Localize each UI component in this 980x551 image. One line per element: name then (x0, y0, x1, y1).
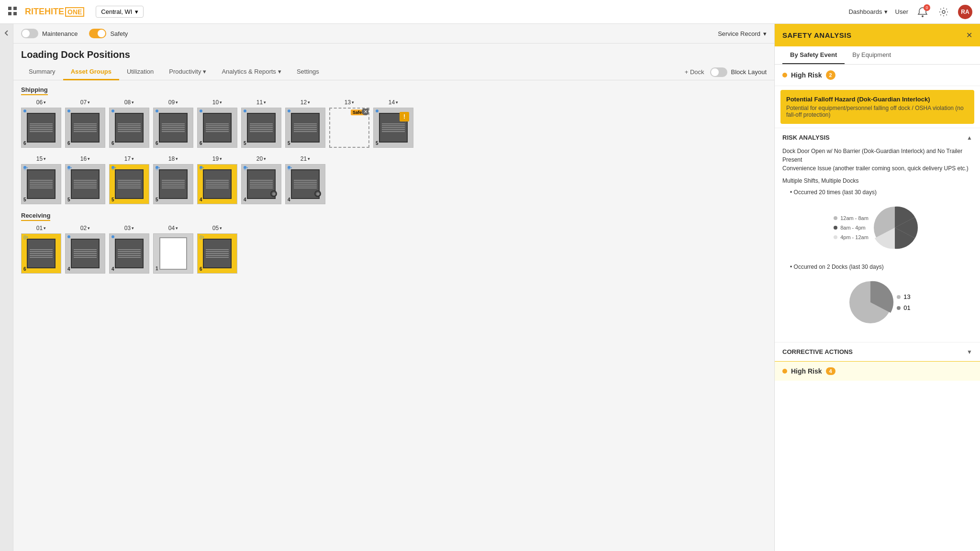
dock-number-03: 03 ▾ (124, 225, 134, 231)
corrective-actions-header[interactable]: CORRECTIVE ACTIONS ▼ (775, 342, 980, 361)
dock-number-08: 08 ▾ (124, 99, 134, 106)
user-avatar[interactable]: RA (958, 5, 972, 19)
dock-count-16: 5 (67, 197, 70, 202)
sidebar-toggle[interactable] (0, 24, 13, 551)
dock-number-18: 18 ▾ (168, 155, 178, 162)
dock-column-16: 16 ▾((•5 (65, 155, 105, 204)
risk-occurrence-1: Occurred 20 times (last 30 days) (790, 189, 972, 196)
dock-card-14[interactable]: 5! (373, 108, 413, 148)
service-record-chevron-icon: ▾ (763, 30, 767, 37)
dock-count-01: 6 (23, 266, 26, 272)
pie-svg-2 (844, 276, 897, 329)
pie-chart-2: 13 01 (782, 272, 972, 336)
dock-close-btn-13[interactable]: ✕ (362, 108, 369, 115)
tab-settings[interactable]: Settings (289, 64, 327, 80)
dock-card-07[interactable]: 6 (65, 108, 105, 148)
service-record-button[interactable]: Service Record ▾ (718, 30, 767, 37)
dock-card-04[interactable]: 1 (153, 233, 193, 274)
footer-risk-dot-icon (782, 369, 787, 374)
dock-column-06: 06 ▾6 (21, 99, 61, 148)
receiving-dock-row: 01 ▾((•602 ▾403 ▾404 ▾105 ▾((•6 (21, 225, 767, 274)
dashboards-chevron-icon: ▾ (884, 8, 888, 15)
dock-column-04: 04 ▾1 (153, 225, 193, 274)
nav-right: Dashboards ▾ User 0 RA (848, 5, 972, 19)
notification-icon[interactable]: 0 (916, 5, 929, 19)
tab-by-equipment[interactable]: By Equipment (845, 46, 899, 64)
dot-indicator-02 (67, 235, 70, 238)
risk-analysis-header[interactable]: RISK ANALYSIS ▲ (782, 134, 972, 141)
dock-card-18[interactable]: ((•5 (153, 164, 193, 204)
wifi-indicator-21: ((• (288, 165, 292, 170)
dock-card-13[interactable]: Safety✕ (329, 108, 369, 148)
tab-productivity[interactable]: Productivity ▾ (161, 64, 214, 80)
dock-number-09: 09 ▾ (168, 99, 178, 106)
dock-number-06: 06 ▾ (36, 99, 46, 106)
dock-card-03[interactable]: 4 (109, 233, 149, 274)
dock-number-10: 10 ▾ (212, 99, 222, 106)
dock-count-06: 6 (23, 141, 26, 146)
dock-card-17[interactable]: ((•5 (109, 164, 149, 204)
dock-column-10: 10 ▾6 (197, 99, 237, 148)
block-layout-toggle: Block Layout (710, 67, 767, 77)
dock-card-12[interactable]: 5 (285, 108, 325, 148)
safety-analysis-panel: SAFETY ANALYSIS ✕ By Safety Event By Equ… (774, 24, 980, 551)
dock-count-11: 5 (244, 141, 246, 146)
dashboards-button[interactable]: Dashboards ▾ (848, 8, 887, 15)
dot-indicator-03 (111, 235, 114, 238)
dock-count-07: 6 (67, 141, 70, 146)
tab-utilization[interactable]: Utilization (119, 64, 161, 80)
dock-card-20[interactable]: ((•4⊙ (241, 164, 281, 204)
dock-card-09[interactable]: 6 (153, 108, 193, 148)
dock-column-14: 14 ▾5! (373, 99, 413, 148)
dock-card-02[interactable]: 4 (65, 233, 105, 274)
dock-card-21[interactable]: ((•4⊙ (285, 164, 325, 204)
dock-card-11[interactable]: 5 (241, 108, 281, 148)
shipping-dock-row: 06 ▾607 ▾608 ▾609 ▾610 ▾611 ▾512 ▾513 ▾S… (21, 99, 767, 148)
dock-card-10[interactable]: 6 (197, 108, 237, 148)
dock-card-19[interactable]: ((•4 (197, 164, 237, 204)
dock-card-15[interactable]: ((•5 (21, 164, 61, 204)
risk-analysis-section: RISK ANALYSIS ▲ Dock Door Open w/ No Bar… (775, 128, 980, 342)
block-layout-switch[interactable] (710, 67, 727, 77)
grid-menu-icon[interactable] (8, 6, 17, 17)
svg-point-5 (942, 11, 945, 13)
tab-by-safety-event[interactable]: By Safety Event (782, 46, 845, 64)
dock-column-19: 19 ▾((•4 (197, 155, 237, 204)
settings-icon[interactable] (937, 5, 950, 19)
wifi-indicator-20: ((• (244, 165, 248, 170)
maintenance-toggle[interactable] (21, 29, 38, 38)
tab-summary[interactable]: Summary (21, 64, 63, 80)
panel-close-button[interactable]: ✕ (966, 31, 972, 40)
location-selector[interactable]: Central, WI ▾ (96, 6, 144, 18)
dock-number-15: 15 ▾ (36, 155, 46, 162)
dock-card-01[interactable]: ((•6 (21, 233, 61, 274)
dock-card-08[interactable]: 6 (109, 108, 149, 148)
safety-toggle[interactable] (89, 29, 106, 38)
add-dock-button[interactable]: + Dock (685, 68, 704, 76)
controls-bar: Maintenance Safety Service Record ▾ (13, 24, 774, 44)
tab-asset-groups[interactable]: Asset Groups (63, 64, 119, 80)
dock-number-19: 19 ▾ (212, 155, 222, 162)
alert-card[interactable]: Potential Falloff Hazard (Dok-Guardian I… (780, 90, 974, 124)
risk-occurrence-2: Occurred on 2 Docks (last 30 days) (790, 264, 972, 270)
risk-shift-label: Multiple Shifts, Multiple Docks (782, 176, 972, 185)
tab-analytics[interactable]: Analytics & Reports ▾ (214, 64, 289, 80)
dock-column-02: 02 ▾4 (65, 225, 105, 274)
page-title: Loading Dock Positions (21, 49, 767, 60)
main-layout: Maintenance Safety Service Record ▾ Load… (0, 24, 980, 551)
dock-count-17: 5 (111, 197, 114, 202)
dock-card-05[interactable]: ((•6 (197, 233, 237, 274)
dock-count-19: 4 (200, 197, 202, 202)
panel-content: High Risk 2 Potential Falloff Hazard (Do… (775, 65, 980, 551)
dock-card-06[interactable]: 6 (21, 108, 61, 148)
dock-count-20: 4 (244, 197, 246, 202)
analytics-chevron-icon: ▾ (278, 68, 281, 75)
dock-count-08: 6 (111, 141, 114, 146)
footer-risk-count-badge: 4 (826, 367, 835, 375)
page-header: Loading Dock Positions (13, 44, 774, 60)
dock-card-16[interactable]: ((•5 (65, 164, 105, 204)
dock-column-13: 13 ▾Safety✕ (329, 99, 369, 148)
dock-count-15: 5 (23, 197, 26, 202)
wifi-indicator-01: ((• (23, 235, 28, 240)
dock-count-05: 6 (200, 266, 202, 272)
